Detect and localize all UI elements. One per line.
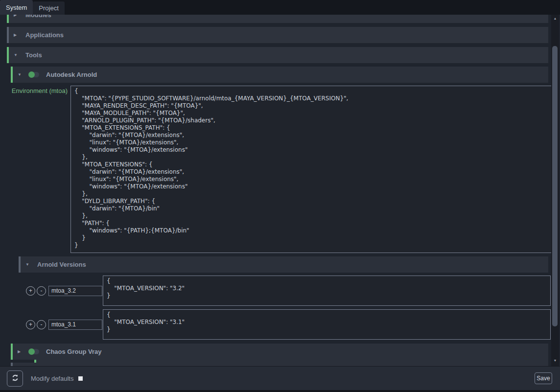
remove-version-button[interactable]: - xyxy=(37,320,46,329)
tab-project-label: Project xyxy=(39,4,58,12)
arnold-toggle-knob-icon xyxy=(28,71,35,78)
vray-group-title: Chaos Group Vray xyxy=(46,348,101,355)
version-row-controls: + - xyxy=(0,286,103,296)
arnold-group-header[interactable]: ▼ Autodesk Arnold xyxy=(11,67,548,83)
version-name-input[interactable] xyxy=(48,320,102,330)
section-applications-title: Applications xyxy=(25,31,64,39)
vray-group-header[interactable]: ▶ Chaos Group Vray xyxy=(11,344,548,360)
arnold-versions-header[interactable]: ▼ Arnold Versions xyxy=(19,256,548,273)
arnold-enabled-toggle[interactable] xyxy=(28,72,39,77)
vray-toggle-knob-icon xyxy=(28,348,35,355)
tab-bar: System Project xyxy=(0,0,560,15)
section-tools-state-bar xyxy=(7,47,9,63)
applications-collapsed-icon[interactable]: ▶ xyxy=(14,33,19,37)
modify-defaults-label: Modify defaults xyxy=(31,375,73,382)
vray-enabled-toggle[interactable] xyxy=(28,349,39,354)
tools-expanded-icon[interactable]: ▼ xyxy=(14,53,19,57)
version-row-mtoa-3-2: + - { "MTOA_VERSION": "3.2" } xyxy=(0,276,551,306)
version-json-textarea[interactable]: { "MTOA_VERSION": "3.1" } xyxy=(103,309,551,340)
next-section-header-clipped xyxy=(11,363,548,366)
save-button[interactable]: Save xyxy=(535,372,552,384)
modify-defaults-checkbox[interactable] xyxy=(78,376,83,381)
arnold-versions-state-bar xyxy=(19,256,21,273)
tab-system-label: System xyxy=(6,4,27,11)
vertical-scrollbar[interactable]: ▲ ▼ xyxy=(551,15,559,366)
remove-version-button[interactable]: - xyxy=(37,286,46,296)
arnold-group-state-bar xyxy=(11,67,13,83)
vray-collapsed-icon[interactable]: ▶ xyxy=(18,349,23,354)
modules-collapsed-icon[interactable]: ▶ xyxy=(14,15,19,17)
section-applications-state-bar xyxy=(7,27,9,43)
environment-mtoa-textarea[interactable]: { "MTOA": "{PYPE_STUDIO_SOFTWARE}/arnold… xyxy=(70,86,554,253)
refresh-button[interactable] xyxy=(7,370,23,387)
version-row-mtoa-3-1: + - { "MTOA_VERSION": "3.1" } xyxy=(0,309,551,340)
arnold-group-title: Autodesk Arnold xyxy=(46,71,97,78)
settings-scroll-area: ▶ Modules ▶ Applications ▼ Tools ▼ Autod… xyxy=(0,15,560,366)
scrollbar-thumb[interactable] xyxy=(552,46,558,326)
section-modules-title: Modules xyxy=(25,15,51,19)
vray-group-state-bar xyxy=(11,344,13,360)
footer-bar: Modify defaults Save xyxy=(0,366,560,390)
add-version-button[interactable]: + xyxy=(26,286,35,296)
section-modules-header[interactable]: ▶ Modules xyxy=(7,15,548,23)
section-tools-title: Tools xyxy=(25,51,42,59)
arnold-versions-expanded-icon[interactable]: ▼ xyxy=(25,262,30,267)
version-json-textarea[interactable]: { "MTOA_VERSION": "3.2" } xyxy=(103,276,551,306)
section-modules-clip: ▶ Modules xyxy=(7,15,548,23)
arnold-expanded-icon[interactable]: ▼ xyxy=(18,72,23,77)
refresh-icon xyxy=(11,374,19,383)
arnold-versions-title: Arnold Versions xyxy=(37,261,86,268)
environment-mtoa-label: Environment (mtoa) xyxy=(0,86,70,253)
section-applications-header[interactable]: ▶ Applications xyxy=(7,27,548,43)
arnold-environment-row: Environment (mtoa) { "MTOA": "{PYPE_STUD… xyxy=(0,86,554,253)
section-modules-state-bar xyxy=(7,15,9,23)
version-name-input[interactable] xyxy=(48,286,102,296)
scroll-up-icon[interactable]: ▲ xyxy=(551,15,559,22)
scroll-down-icon[interactable]: ▼ xyxy=(551,357,559,364)
tab-project[interactable]: Project xyxy=(33,1,64,15)
section-tools-header[interactable]: ▼ Tools xyxy=(7,47,548,63)
tab-system[interactable]: System xyxy=(0,0,33,15)
next-section-state-bar xyxy=(11,363,13,366)
version-row-controls: + - xyxy=(0,320,103,330)
window-bottom-edge xyxy=(0,390,560,392)
add-version-button[interactable]: + xyxy=(26,320,35,329)
